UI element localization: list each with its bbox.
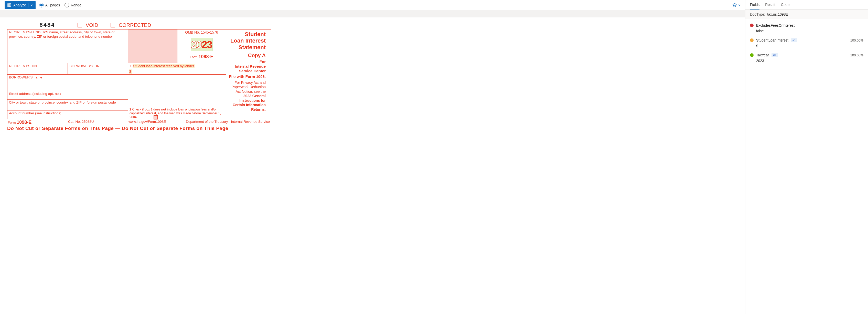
for-text: For Internal Revenue Service Center xyxy=(228,59,266,73)
doctype-value: tax.us.1098E xyxy=(767,12,788,17)
tab-fields[interactable]: Fields xyxy=(750,3,760,9)
svg-rect-0 xyxy=(8,4,8,7)
borrower-name-cell: BORROWER'S name xyxy=(7,75,128,91)
canvas-background xyxy=(0,10,745,18)
analyze-label: Analyze xyxy=(13,3,26,7)
layers-button[interactable] xyxy=(732,3,741,7)
file-with: File with Form 1096. xyxy=(228,74,266,79)
swatch-icon xyxy=(750,38,753,42)
radio-all-pages[interactable]: All pages xyxy=(39,3,60,7)
svg-rect-2 xyxy=(10,4,11,7)
recipient-lender-cell: RECIPIENT'S/LENDER'S name, street addres… xyxy=(7,29,128,63)
box2-text: 2 Check if box 1 does not include loan o… xyxy=(128,107,226,120)
results-pane: Fields Result Code DocType: tax.us.1098E… xyxy=(745,0,868,314)
field-row[interactable]: TaxYear #1 100.00% 2023 xyxy=(745,51,868,65)
form-footer: Form 1098-E Cat. No. 25088U www.irs.gov/… xyxy=(7,119,271,125)
form-1098e: 8484 VOID CORRECTED RECIPIENT'S/LENDER'S… xyxy=(7,22,271,131)
box2-checkbox xyxy=(154,115,158,119)
page-range-group: All pages Range xyxy=(39,3,82,7)
field-badge: #1 xyxy=(791,38,797,42)
field-value: $ xyxy=(756,44,863,48)
doctype-bar: DocType: tax.us.1098E xyxy=(745,10,868,19)
field-name: StudentLoanInterest xyxy=(756,38,788,42)
privacy-notice: For Privacy Act and Paperwork Reduction … xyxy=(228,81,266,112)
street-cell: Street address (including apt. no.) xyxy=(7,91,128,100)
omb-number: OMB No. 1545-1576 xyxy=(179,30,224,35)
void-label: VOID xyxy=(86,22,98,28)
radio-icon xyxy=(64,3,69,7)
radio-range[interactable]: Range xyxy=(64,3,81,7)
form-title: Student Loan Interest Statement xyxy=(228,31,266,51)
radio-label: Range xyxy=(71,3,81,7)
tab-result[interactable]: Result xyxy=(765,3,775,9)
swatch-icon xyxy=(750,24,753,27)
barcode-text: 8484 xyxy=(39,22,55,28)
field-name: ExcludesFeesOrInterest xyxy=(756,23,795,27)
field-name: TaxYear xyxy=(756,53,769,57)
copy-label: Copy A xyxy=(228,53,266,58)
document-canvas[interactable]: 8484 VOID CORRECTED RECIPIENT'S/LENDER'S… xyxy=(0,18,745,135)
city-cell: City or town, state or province, country… xyxy=(7,100,128,111)
field-confidence: 100.00% xyxy=(850,53,863,57)
field-row[interactable]: StudentLoanInterest #1 100.00% $ xyxy=(745,36,868,51)
chevron-down-icon xyxy=(738,4,741,6)
field-row[interactable]: ExcludesFeesOrInterest false xyxy=(745,21,868,36)
layers-icon xyxy=(732,3,737,7)
recipient-tin-cell: RECIPIENT'S TIN xyxy=(7,63,68,75)
box1-value: $ xyxy=(129,69,132,74)
chevron-down-icon xyxy=(30,4,33,6)
fields-list: ExcludesFeesOrInterest false StudentLoan… xyxy=(745,19,868,67)
doctype-label: DocType: xyxy=(750,12,765,17)
swatch-icon xyxy=(750,53,753,57)
void-checkbox xyxy=(78,23,82,27)
analyze-button[interactable]: Analyze xyxy=(5,1,36,9)
document-pane: Analyze All pages Range xyxy=(0,0,745,314)
radio-icon xyxy=(39,3,44,7)
do-not-cut-warning: Do Not Cut or Separate Forms on This Pag… xyxy=(7,125,271,131)
field-value: false xyxy=(756,29,863,33)
form-number-label: Form 1098-E xyxy=(179,54,224,60)
borrower-tin-cell: BORROWER'S TIN xyxy=(68,63,128,75)
account-cell: Account number (see instructions) xyxy=(7,111,128,119)
field-confidence: 100.00% xyxy=(850,38,863,42)
corrected-label: CORRECTED xyxy=(119,22,151,28)
shaded-cell xyxy=(128,29,177,63)
analyze-icon xyxy=(7,3,11,7)
svg-rect-1 xyxy=(9,4,10,7)
toolbar: Analyze All pages Range xyxy=(0,0,745,10)
tabs: Fields Result Code xyxy=(745,0,868,10)
box1-cell: 1 Student loan interest received by lend… xyxy=(128,63,226,75)
field-badge: #1 xyxy=(772,53,778,57)
field-value: 2023 xyxy=(756,59,863,63)
omb-year-cell: OMB No. 1545-1576 2023 Form 1098-E xyxy=(177,29,226,63)
tax-year: 2023 xyxy=(191,38,213,51)
radio-label: All pages xyxy=(45,3,60,7)
corrected-checkbox xyxy=(111,23,115,27)
box1-label: Student loan interest received by lender xyxy=(133,64,194,68)
tab-code[interactable]: Code xyxy=(781,3,789,9)
side-panel: Student Loan Interest Statement Copy A F… xyxy=(226,29,267,119)
